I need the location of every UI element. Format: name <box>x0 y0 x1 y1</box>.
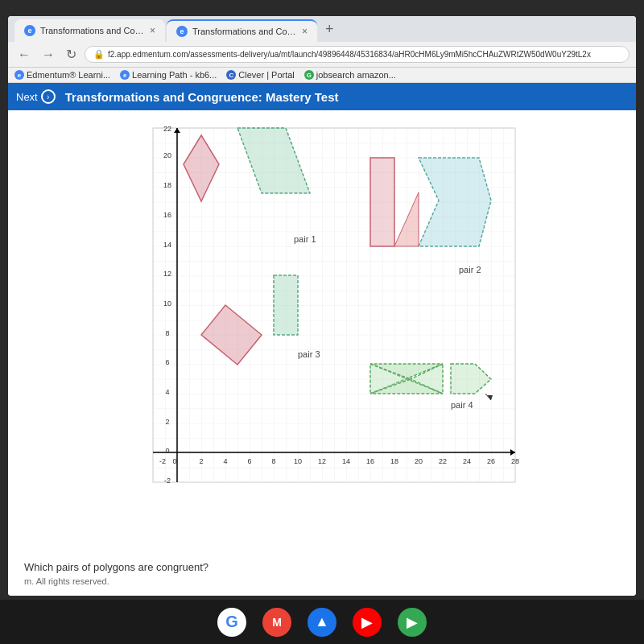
svg-text:20: 20 <box>415 457 423 465</box>
app-title: Transformations and Congruence: Mastery … <box>65 90 339 104</box>
bookmark-g-icon: G <box>304 70 314 80</box>
svg-text:20: 20 <box>163 151 171 159</box>
svg-text:12: 12 <box>163 270 171 278</box>
pair3-shape2 <box>274 275 298 335</box>
tab-favicon: e <box>24 25 35 36</box>
svg-text:0: 0 <box>172 457 176 465</box>
taskbar-play-icon[interactable]: ▶ <box>398 608 427 637</box>
footer-text: m. All rights reserved. <box>24 576 620 586</box>
taskbar-youtube-icon[interactable]: ▶ <box>353 608 382 637</box>
svg-text:-2: -2 <box>164 477 171 485</box>
address-bar[interactable]: 🔒 f2.app.edmentum.com/assessments-delive… <box>85 46 630 63</box>
app-toolbar: Next › Transformations and Congruence: M… <box>8 83 636 110</box>
bookmark-g-label: jobsearch amazon... <box>316 70 396 80</box>
active-tab-title: Transformations and Congruen <box>192 27 297 36</box>
svg-text:10: 10 <box>163 299 171 308</box>
address-text: f2.app.edmentum.com/assessments-delivery… <box>108 50 591 59</box>
svg-text:4: 4 <box>223 457 227 465</box>
svg-text:2: 2 <box>199 457 203 465</box>
taskbar-google-icon[interactable]: G <box>217 608 246 637</box>
bookmark-edmentum-icon: e <box>14 70 24 80</box>
graph-container: 0 -2 2 4 6 8 10 12 14 16 18 20 22 24 26 … <box>121 120 523 556</box>
pair4-label: pair 4 <box>451 400 473 410</box>
active-tab[interactable]: e Transformations and Congruen × <box>167 19 317 42</box>
reload-button[interactable]: ↻ <box>63 45 80 64</box>
inactive-tab-title: Transformations and Congruen <box>40 26 145 35</box>
svg-text:26: 26 <box>487 457 495 465</box>
taskbar-gmail-icon[interactable]: M <box>262 608 291 637</box>
svg-text:14: 14 <box>163 241 171 249</box>
next-arrow-icon: › <box>41 89 56 104</box>
back-button[interactable]: ← <box>14 46 34 64</box>
pair3-label: pair 3 <box>298 349 320 359</box>
bookmark-clever[interactable]: C Clever | Portal <box>226 70 295 80</box>
svg-text:6: 6 <box>247 457 251 465</box>
svg-text:22: 22 <box>163 125 171 133</box>
bookmark-learning-path[interactable]: e Learning Path - kb6... <box>120 70 217 80</box>
svg-text:14: 14 <box>342 457 350 465</box>
next-button[interactable]: Next › <box>16 89 56 104</box>
new-tab-button[interactable]: + <box>319 21 341 38</box>
inactive-tab[interactable]: e Transformations and Congruen × <box>14 19 165 42</box>
address-bar-row: ← → ↻ 🔒 f2.app.edmentum.com/assessments-… <box>8 42 636 68</box>
bookmark-edmentum-label: Edmentum® Learni... <box>27 70 110 80</box>
active-tab-favicon: e <box>176 26 188 37</box>
content-area: 0 -2 2 4 6 8 10 12 14 16 18 20 22 24 26 … <box>8 110 636 596</box>
bookmark-lp-icon: e <box>120 70 130 80</box>
svg-text:-2: -2 <box>159 457 166 465</box>
bookmark-jobsearch[interactable]: G jobsearch amazon... <box>304 70 396 80</box>
svg-text:6: 6 <box>165 358 169 366</box>
taskbar-drive-icon[interactable]: ▲ <box>308 608 336 637</box>
svg-text:12: 12 <box>318 457 326 465</box>
bookmark-lp-label: Learning Path - kb6... <box>132 70 217 80</box>
forward-button[interactable]: → <box>39 46 58 64</box>
svg-text:28: 28 <box>511 457 519 465</box>
bookmark-clever-label: Clever | Portal <box>238 70 295 80</box>
inactive-tab-close[interactable]: × <box>150 25 155 36</box>
svg-text:18: 18 <box>163 181 171 189</box>
bookmarks-bar: e Edmentum® Learni... e Learning Path - … <box>8 68 636 83</box>
svg-text:16: 16 <box>163 211 171 219</box>
svg-text:24: 24 <box>463 457 471 465</box>
pair2-shape1 <box>370 158 394 246</box>
active-tab-close[interactable]: × <box>302 26 308 37</box>
bookmark-edmentum[interactable]: e Edmentum® Learni... <box>14 70 110 80</box>
svg-text:8: 8 <box>271 457 275 465</box>
pair2-label: pair 2 <box>459 265 481 275</box>
svg-text:2: 2 <box>165 418 169 426</box>
secure-icon: 🔒 <box>93 49 105 60</box>
svg-text:8: 8 <box>165 329 169 337</box>
svg-text:4: 4 <box>165 388 169 396</box>
tab-bar: e Transformations and Congruen × e Trans… <box>8 16 636 42</box>
next-label: Next <box>16 91 38 103</box>
svg-text:16: 16 <box>366 457 374 465</box>
question-text: Which pairs of polygons are congruent? <box>24 561 620 573</box>
bookmark-clever-icon: C <box>226 70 236 80</box>
svg-text:0: 0 <box>165 447 169 455</box>
svg-text:18: 18 <box>390 457 398 465</box>
taskbar: G M ▲ ▶ ▶ <box>0 600 644 644</box>
svg-text:10: 10 <box>294 457 302 465</box>
svg-text:22: 22 <box>439 457 447 465</box>
pair1-label: pair 1 <box>294 234 316 244</box>
coordinate-graph: 0 -2 2 4 6 8 10 12 14 16 18 20 22 24 26 … <box>121 120 523 514</box>
